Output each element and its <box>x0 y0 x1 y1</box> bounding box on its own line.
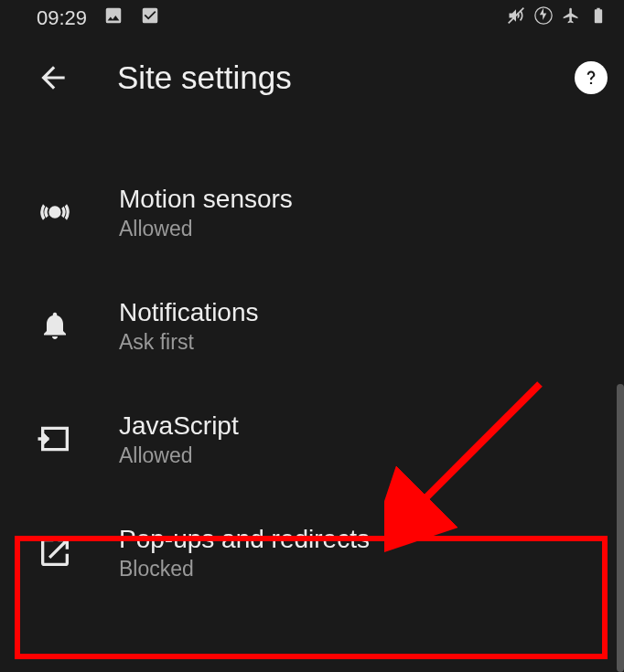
arrow-back-icon <box>36 60 70 95</box>
status-bar: 09:29 <box>0 0 624 37</box>
motion-sensors-icon <box>27 194 82 230</box>
status-time: 09:29 <box>37 6 87 30</box>
image-icon <box>103 5 124 31</box>
setting-title: Motion sensors <box>119 183 293 215</box>
setting-title: JavaScript <box>119 410 239 442</box>
setting-notifications[interactable]: Notifications Ask first <box>0 269 624 382</box>
scrollbar[interactable] <box>617 384 624 672</box>
setting-subtitle: Allowed <box>119 443 239 468</box>
setting-subtitle: Ask first <box>119 330 259 355</box>
checkbox-icon <box>140 5 160 31</box>
app-bar: Site settings <box>0 37 624 119</box>
javascript-icon <box>27 421 82 457</box>
help-button[interactable] <box>575 61 608 94</box>
settings-list: Motion sensors Allowed Notifications Ask… <box>0 119 624 609</box>
notifications-icon <box>27 309 82 342</box>
setting-subtitle: Allowed <box>119 217 293 241</box>
setting-popups-redirects[interactable]: Pop-ups and redirects Blocked <box>0 496 624 609</box>
page-title: Site settings <box>117 59 292 96</box>
setting-subtitle: Blocked <box>119 557 370 581</box>
battery-icon <box>589 6 608 30</box>
setting-title: Pop-ups and redirects <box>119 523 370 555</box>
back-button[interactable] <box>27 52 79 103</box>
airplane-icon <box>562 6 580 30</box>
mute-icon <box>507 6 525 30</box>
setting-motion-sensors[interactable]: Motion sensors Allowed <box>0 155 624 269</box>
setting-title: Notifications <box>119 296 259 328</box>
help-icon <box>579 66 603 90</box>
setting-javascript[interactable]: JavaScript Allowed <box>0 382 624 496</box>
battery-saver-icon <box>534 6 553 30</box>
popups-icon <box>27 534 82 571</box>
